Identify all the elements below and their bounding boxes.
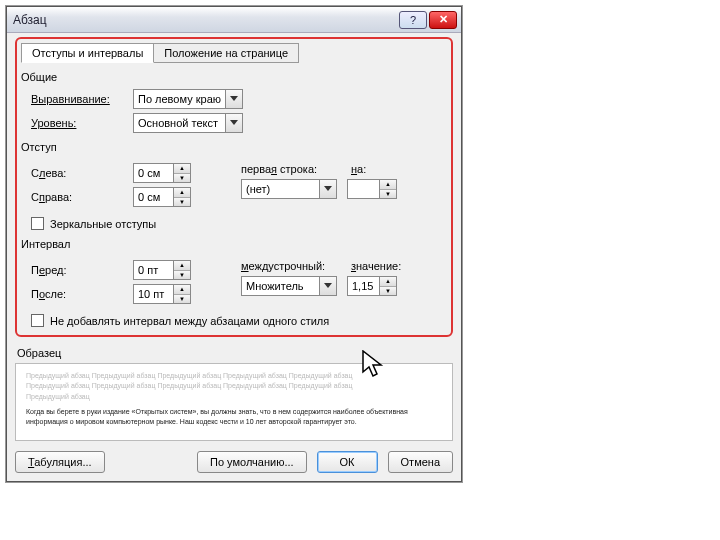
tabulation-button[interactable]: Табуляция... bbox=[15, 451, 105, 473]
up-arrow-icon[interactable]: ▲ bbox=[174, 188, 190, 198]
line-spacing-label: междустрочный: bbox=[241, 260, 341, 272]
by-label: на: bbox=[351, 163, 415, 175]
default-button[interactable]: По умолчанию... bbox=[197, 451, 307, 473]
down-arrow-icon[interactable]: ▼ bbox=[174, 271, 190, 280]
down-arrow-icon[interactable]: ▼ bbox=[380, 190, 396, 199]
level-label: Уровень: bbox=[31, 117, 127, 129]
down-arrow-icon[interactable]: ▼ bbox=[174, 174, 190, 183]
line-spacing-value-spin[interactable]: 1,15 ▲▼ bbox=[347, 276, 397, 296]
up-arrow-icon[interactable]: ▲ bbox=[380, 277, 396, 287]
ok-button[interactable]: ОК bbox=[317, 451, 378, 473]
spacing-after-label: После: bbox=[31, 288, 127, 300]
chevron-down-icon[interactable] bbox=[225, 114, 242, 132]
chevron-down-icon[interactable] bbox=[319, 277, 336, 295]
alignment-combo[interactable]: По левому краю bbox=[133, 89, 243, 109]
up-arrow-icon[interactable]: ▲ bbox=[380, 180, 396, 190]
preview-box: Предыдущий абзац Предыдущий абзац Предыд… bbox=[15, 363, 453, 441]
spacing-before-spin[interactable]: 0 пт ▲▼ bbox=[133, 260, 191, 280]
down-arrow-icon[interactable]: ▼ bbox=[174, 198, 190, 207]
up-arrow-icon[interactable]: ▲ bbox=[174, 285, 190, 295]
window-title: Абзац bbox=[13, 13, 399, 27]
first-line-label: первая строка: bbox=[241, 163, 341, 175]
spacing-before-label: Перед: bbox=[31, 264, 127, 276]
first-line-combo[interactable]: (нет) bbox=[241, 179, 337, 199]
value-label: значение: bbox=[351, 260, 415, 272]
button-bar: Табуляция... По умолчанию... ОК Отмена bbox=[15, 451, 453, 473]
close-button[interactable]: ✕ bbox=[429, 11, 457, 29]
up-arrow-icon[interactable]: ▲ bbox=[174, 164, 190, 174]
up-arrow-icon[interactable]: ▲ bbox=[174, 261, 190, 271]
highlighted-panel: Отступы и интервалы Положение на страниц… bbox=[15, 37, 453, 337]
section-general: Общие Выравнивание: По левому краю Урове… bbox=[21, 71, 447, 133]
checkbox-box-icon bbox=[31, 217, 44, 230]
help-button[interactable]: ? bbox=[399, 11, 427, 29]
section-indent: Отступ Слева: 0 см ▲▼ Справа: bbox=[21, 141, 447, 230]
indent-left-spin[interactable]: 0 см ▲▼ bbox=[133, 163, 191, 183]
chevron-down-icon[interactable] bbox=[225, 90, 242, 108]
indent-right-label: Справа: bbox=[31, 191, 127, 203]
paragraph-dialog: Абзац ? ✕ Отступы и интервалы Положение … bbox=[6, 6, 462, 482]
indent-left-label: Слева: bbox=[31, 167, 127, 179]
first-line-by-spin[interactable]: ▲▼ bbox=[347, 179, 397, 199]
down-arrow-icon[interactable]: ▼ bbox=[174, 295, 190, 304]
tab-position[interactable]: Положение на странице bbox=[153, 43, 299, 63]
spacing-after-spin[interactable]: 10 пт ▲▼ bbox=[133, 284, 191, 304]
cancel-button[interactable]: Отмена bbox=[388, 451, 453, 473]
checkbox-box-icon bbox=[31, 314, 44, 327]
align-label: Выравнивание: bbox=[31, 93, 127, 105]
section-preview: Образец Предыдущий абзац Предыдущий абза… bbox=[15, 347, 453, 441]
indent-right-spin[interactable]: 0 см ▲▼ bbox=[133, 187, 191, 207]
title-bar: Абзац ? ✕ bbox=[7, 7, 461, 33]
mirror-indents-checkbox[interactable]: Зеркальные отступы bbox=[31, 217, 447, 230]
down-arrow-icon[interactable]: ▼ bbox=[380, 287, 396, 296]
level-combo[interactable]: Основной текст bbox=[133, 113, 243, 133]
tab-indents[interactable]: Отступы и интервалы bbox=[21, 43, 154, 63]
section-spacing: Интервал Перед: 0 пт ▲▼ После bbox=[21, 238, 447, 327]
no-space-same-style-checkbox[interactable]: Не добавлять интервал между абзацами одн… bbox=[31, 314, 447, 327]
chevron-down-icon[interactable] bbox=[319, 180, 336, 198]
line-spacing-combo[interactable]: Множитель bbox=[241, 276, 337, 296]
